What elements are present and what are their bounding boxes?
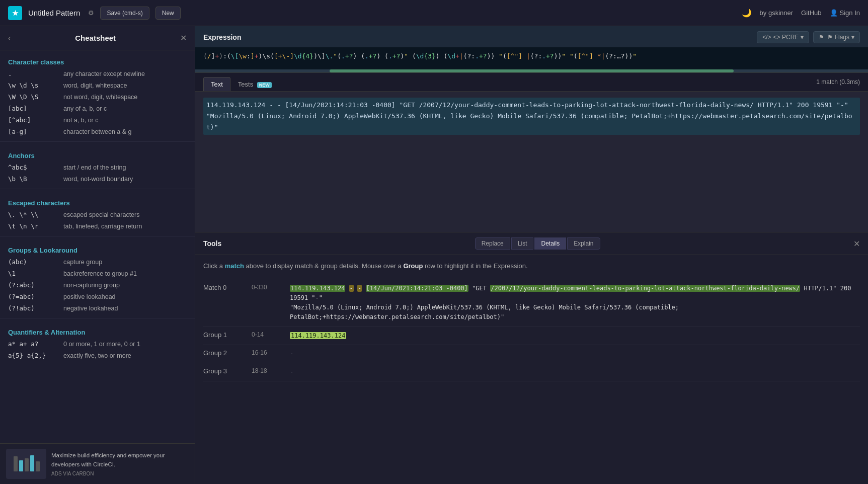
text-area[interactable]: 114.119.143.124 - - [14/Jun/2021:14:21:0… bbox=[195, 92, 868, 232]
match-row-group2[interactable]: Group 2 16-16 - bbox=[203, 345, 860, 363]
cheat-row: \w \d \s word, digit, whitespace bbox=[8, 79, 187, 91]
tools-tab-list[interactable]: List bbox=[511, 237, 534, 250]
expr-token: [^"] bbox=[578, 52, 593, 60]
cheat-desc: tab, linefeed, carriage return bbox=[63, 223, 142, 230]
close-icon[interactable]: ✕ bbox=[180, 33, 187, 43]
expr-token: ] bbox=[251, 52, 255, 60]
group1-range: 0-14 bbox=[252, 331, 282, 338]
logo-icon: ★ bbox=[8, 6, 22, 20]
sidebar-title: Cheatsheet bbox=[75, 34, 116, 42]
group3-label: Group 3 bbox=[203, 367, 244, 375]
ad-content: Maximize build efficiency and empower yo… bbox=[51, 451, 189, 476]
expr-token: . bbox=[388, 52, 392, 60]
expr-token: ( bbox=[203, 52, 207, 60]
expr-token bbox=[440, 52, 444, 60]
expr-token bbox=[380, 52, 384, 60]
sidebar-ad: Maximize build efficiency and empower yo… bbox=[0, 443, 195, 484]
sign-in-button[interactable]: 👤 Sign In bbox=[830, 9, 860, 17]
cheat-row: \b \B word, not-word boundary bbox=[8, 173, 187, 185]
new-button[interactable]: New bbox=[155, 7, 181, 20]
expr-token: +? bbox=[392, 52, 401, 60]
flags-button[interactable]: ⚑ ⚑ Flags ▾ bbox=[813, 31, 860, 43]
match-highlight-alt: - bbox=[349, 285, 354, 292]
expr-token: . bbox=[341, 52, 345, 60]
expr-token bbox=[593, 52, 597, 60]
match-row-group3[interactable]: Group 3 18-18 - bbox=[203, 363, 860, 381]
right-panel: Expression </> <> PCRE ▾ ⚑ ⚑ Flags ▾ (/]… bbox=[195, 26, 868, 484]
user-icon: 👤 bbox=[830, 9, 838, 17]
chevron-down-icon: ▾ bbox=[851, 34, 854, 41]
cheat-desc: character between a & g bbox=[63, 128, 132, 135]
tab-tests[interactable]: Tests NEW bbox=[230, 77, 279, 91]
expression-header-buttons: </> <> PCRE ▾ ⚑ ⚑ Flags ▾ bbox=[757, 31, 860, 43]
tools-tab-replace[interactable]: Replace bbox=[475, 237, 510, 250]
svg-rect-3 bbox=[25, 458, 29, 471]
expression-header: Expression </> <> PCRE ▾ ⚑ ⚑ Flags ▾ bbox=[195, 26, 868, 47]
group2-value-text: - bbox=[290, 350, 293, 357]
cheat-code: a{5} a{2,} bbox=[8, 352, 63, 359]
expr-token: :( bbox=[223, 52, 231, 60]
tools-area: Tools Replace List Details Explain ✕ Cli… bbox=[195, 232, 868, 484]
match-row-group1[interactable]: Group 1 0-14 114.119.143.124 bbox=[203, 327, 860, 345]
expr-token: " bbox=[404, 52, 408, 60]
expr-token: . bbox=[542, 52, 546, 60]
tools-close-button[interactable]: ✕ bbox=[853, 239, 860, 249]
header: ★ Untitled Pattern ⚙ Save (cmd-s) New 🌙 … bbox=[0, 0, 868, 26]
sidebar-header: ‹ Cheatsheet ✕ bbox=[0, 26, 195, 50]
cheat-desc: positive lookahead bbox=[63, 293, 116, 300]
group2-range: 16-16 bbox=[252, 349, 282, 356]
cheat-code: \b \B bbox=[8, 175, 63, 183]
expr-token: . bbox=[475, 52, 479, 60]
theme-toggle[interactable]: 🌙 bbox=[742, 8, 752, 18]
expr-token: : bbox=[247, 52, 251, 60]
sidebar: ‹ Cheatsheet ✕ Character classes . any c… bbox=[0, 26, 195, 484]
cheat-code: \w \d \s bbox=[8, 82, 63, 89]
cheat-desc: any character except newline bbox=[63, 70, 145, 77]
expr-token: +? bbox=[479, 52, 487, 60]
svg-rect-1 bbox=[14, 456, 18, 471]
by-label: by gskinner bbox=[760, 9, 793, 17]
cheat-row: (?:abc) non-capturing group bbox=[8, 279, 187, 291]
main-layout: ‹ Cheatsheet ✕ Character classes . any c… bbox=[0, 26, 868, 484]
section-title-char-classes: Character classes bbox=[8, 55, 187, 68]
expr-token: +? bbox=[546, 52, 554, 60]
cheat-code: [a-g] bbox=[8, 128, 63, 135]
tools-tab-details[interactable]: Details bbox=[534, 237, 566, 250]
expr-token: )\s( bbox=[259, 52, 274, 60]
cheat-row: \W \D \S not word, digit, whitespace bbox=[8, 91, 187, 103]
expr-token bbox=[566, 52, 570, 60]
expression-input[interactable]: (/]+):(\[\w:]+)\s([+\-]\d{4})\]\."(.+?) … bbox=[195, 47, 868, 69]
section-groups: Groups & Lookaround (abc) capture group … bbox=[0, 238, 195, 316]
cheat-desc: non-capturing group bbox=[63, 282, 120, 289]
expression-scrollbar-thumb bbox=[330, 69, 733, 72]
gear-icon[interactable]: ⚙ bbox=[88, 9, 94, 17]
cheat-desc: start / end of the string bbox=[63, 164, 126, 171]
back-icon[interactable]: ‹ bbox=[8, 34, 11, 43]
expr-token: " bbox=[633, 52, 637, 60]
expression-scrollbar[interactable] bbox=[195, 69, 868, 72]
cheat-row: \1 backreference to group #1 bbox=[8, 268, 187, 279]
cheat-code: . bbox=[8, 70, 63, 77]
cheat-row: ^abc$ start / end of the string bbox=[8, 162, 187, 173]
cheat-desc: word, not-word boundary bbox=[63, 176, 133, 183]
expr-token: )\] bbox=[313, 52, 325, 60]
expr-token: [+\-] bbox=[274, 52, 294, 60]
cheat-code: [^abc] bbox=[8, 116, 63, 124]
expr-token: (?: bbox=[530, 52, 542, 60]
cheat-code: a* a+ a? bbox=[8, 340, 63, 348]
expr-token: \w bbox=[239, 52, 247, 60]
section-title-anchors: Anchors bbox=[8, 149, 187, 162]
tab-text[interactable]: Text bbox=[203, 77, 230, 91]
cheat-code: (abc) bbox=[8, 258, 63, 266]
group2-label: Group 2 bbox=[203, 349, 244, 357]
save-button[interactable]: Save (cmd-s) bbox=[100, 7, 149, 20]
match-row-0[interactable]: Match 0 0-330 114.119.143.124 - - [14/Ju… bbox=[203, 280, 860, 327]
github-link[interactable]: GitHub bbox=[801, 9, 821, 17]
pcre-button[interactable]: </> <> PCRE ▾ bbox=[757, 31, 809, 43]
section-title-quantifiers: Quantifiers & Alternation bbox=[8, 326, 187, 338]
cheat-row: (?!abc) negative lookahead bbox=[8, 302, 187, 314]
cheat-desc: backreference to group #1 bbox=[63, 270, 137, 277]
cheat-row: [a-g] character between a & g bbox=[8, 126, 187, 137]
group3-value: - bbox=[290, 367, 860, 377]
tools-tab-explain[interactable]: Explain bbox=[567, 237, 600, 250]
